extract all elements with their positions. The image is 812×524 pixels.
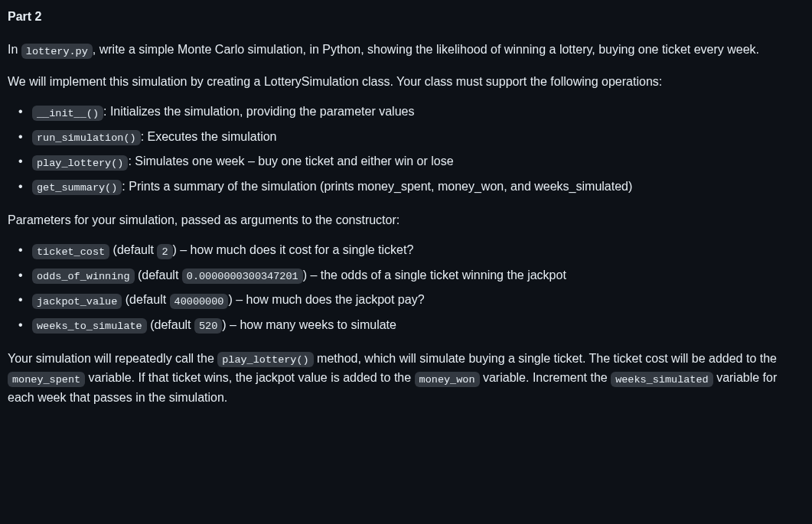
param-rest: ) – how much does the jackpot pay? [228, 293, 424, 306]
param-code: weeks_to_simulate [32, 318, 147, 334]
method-code: play_lottery() [32, 155, 128, 171]
intro-text-1a: In [8, 43, 21, 56]
list-item: play_lottery(): Simulates one week – buy… [32, 151, 804, 171]
filename-code: lottery.py [21, 44, 93, 59]
method-code: play_lottery() [217, 352, 313, 367]
param-mid: (default [122, 293, 169, 306]
params-intro: Parameters for your simulation, passed a… [8, 210, 804, 230]
param-default-code: 0.0000000300347201 [182, 269, 303, 284]
param-mid: (default [147, 318, 194, 331]
parameters-list: ticket_cost (default 2) – how much does … [8, 240, 804, 334]
final-text-4: variable. Increment the [480, 371, 611, 384]
intro-paragraph-1: In lottery.py, write a simple Monte Carl… [8, 40, 804, 60]
list-item: odds_of_winning (default 0.0000000300347… [32, 265, 804, 285]
list-item: get_summary(): Prints a summary of the s… [32, 177, 804, 197]
list-item: weeks_to_simulate (default 520) – how ma… [32, 315, 804, 335]
variable-code: weeks_simulated [611, 372, 713, 387]
operations-list: __init__(): Initializes the simulation, … [8, 102, 804, 196]
param-mid: (default [109, 243, 157, 256]
param-rest: ) – the odds of a single ticket winning … [303, 269, 566, 282]
param-code: ticket_cost [32, 244, 109, 259]
list-item: run_simulation(): Executes the simulatio… [32, 127, 804, 147]
final-text-2: method, which will simulate buying a sin… [314, 352, 777, 365]
param-default-code: 2 [157, 244, 172, 259]
param-default-code: 40000000 [170, 294, 229, 309]
method-desc: : Prints a summary of the simulation (pr… [122, 180, 632, 193]
method-desc: : Executes the simulation [141, 130, 277, 143]
param-code: odds_of_winning [32, 269, 135, 284]
param-code: jackpot_value [32, 294, 122, 309]
param-rest: ) – how many weeks to simulate [222, 318, 396, 331]
method-code: __init__() [32, 106, 103, 121]
list-item: __init__(): Initializes the simulation, … [32, 102, 804, 122]
intro-paragraph-2: We will implement this simulation by cre… [8, 72, 804, 92]
intro-text-1b: , write a simple Monte Carlo simulation,… [93, 43, 759, 56]
list-item: ticket_cost (default 2) – how much does … [32, 240, 804, 260]
section-heading: Part 2 [8, 8, 804, 26]
variable-code: money_spent [8, 372, 85, 387]
param-default-code: 520 [194, 318, 222, 334]
param-mid: (default [135, 269, 182, 282]
method-code: run_simulation() [32, 130, 141, 145]
list-item: jackpot_value (default 40000000) – how m… [32, 290, 804, 310]
param-rest: ) – how much does it cost for a single t… [173, 243, 414, 256]
final-text-3: variable. If that ticket wins, the jackp… [85, 371, 414, 384]
final-paragraph: Your simulation will repeatedly call the… [8, 349, 804, 408]
method-code: get_summary() [32, 180, 122, 195]
method-desc: : Simulates one week – buy one ticket an… [128, 155, 453, 168]
method-desc: : Initializes the simulation, providing … [103, 105, 414, 118]
final-text-1: Your simulation will repeatedly call the [8, 352, 217, 365]
variable-code: money_won [415, 372, 480, 387]
